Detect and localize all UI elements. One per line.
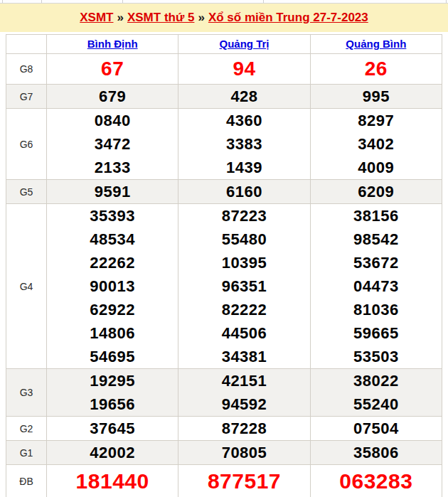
result-cell: 6209 [310,180,442,204]
lottery-results-table: Bình Định Quảng Trị Quảng Bình G8679426G… [6,34,442,497]
divider [263,0,264,3]
result-number: 3472 [47,132,178,156]
table-row-G7: G7679428995 [6,85,442,109]
divider [2,0,3,3]
result-cell: 67 [47,54,178,85]
result-number: 87228 [178,417,309,440]
prize-label: G6 [6,109,47,180]
result-number: 94 [178,54,309,84]
result-cell: 679 [47,85,178,109]
result-number: 34381 [178,345,309,368]
breadcrumb-banner: XSMT»XSMT thứ 5»Xổ số miền Trung 27-7-20… [0,4,448,32]
result-number: 19295 [47,369,178,392]
result-cell: 87228 [178,417,310,441]
result-number: 0840 [47,109,178,132]
prize-label: G2 [6,417,47,441]
result-cell: 877517 [178,465,310,497]
prize-label: G7 [6,85,47,109]
result-cell: 87223554801039596351822224450634381 [178,204,310,369]
column-header-quang-binh: Quảng Bình [310,35,442,54]
result-cell: 428 [178,85,310,109]
result-number: 679 [47,85,178,108]
result-cell: 35806 [310,441,442,465]
prize-column-header-empty [6,35,47,54]
result-cell: 70805 [178,441,310,465]
result-number: 181440 [47,465,178,497]
result-cell: 26 [310,54,442,85]
result-number: 55240 [311,392,442,416]
breadcrumb-separator: » [198,11,204,24]
table-row-ĐB: ĐB181440877517063283 [6,465,442,497]
result-cell: 829734024009 [310,109,442,180]
table-row-G5: G5959161606209 [6,180,442,204]
result-number: 4009 [311,156,442,179]
result-number: 53672 [311,251,442,274]
table-row-G1: G1420027080535806 [6,441,442,465]
result-number: 14806 [47,321,178,345]
result-number: 877517 [178,465,309,497]
result-number: 67 [47,54,178,84]
divider [446,0,447,3]
breadcrumb-link-xo-so-mien-trung-date[interactable]: Xổ số miền Trung 27-7-2023 [208,11,368,24]
result-number: 94592 [178,392,309,416]
result-cell: 9591 [47,180,178,204]
result-number: 42151 [178,369,309,392]
province-link-quang-binh[interactable]: Quảng Bình [346,38,406,50]
result-number: 07504 [311,417,442,440]
table-row-G3: G3192951965642151945923802255240 [6,369,442,417]
result-cell: 063283 [310,465,442,497]
result-number: 22262 [47,251,178,274]
result-cell: 4215194592 [178,369,310,417]
province-link-binh-dinh[interactable]: Bình Định [87,38,138,50]
results-tbody: G8679426G7679428995G60840347221334360338… [6,54,442,497]
result-cell: 38156985425367204473810365966553503 [310,204,442,369]
result-cell: 6160 [178,180,310,204]
result-number: 04473 [311,274,442,298]
result-cell: 1929519656 [47,369,178,417]
result-number: 4360 [178,109,309,132]
result-cell: 37645 [47,417,178,441]
result-number: 37645 [47,417,178,440]
page: XSMT»XSMT thứ 5»Xổ số miền Trung 27-7-20… [0,0,448,497]
prize-label: G4 [6,204,47,369]
prize-label: G3 [6,369,47,417]
breadcrumb: XSMT»XSMT thứ 5»Xổ số miền Trung 27-7-20… [80,11,368,25]
table-header-row: Bình Định Quảng Trị Quảng Bình [6,35,442,54]
province-link-quang-tri[interactable]: Quảng Trị [219,38,269,50]
result-cell: 084034722133 [47,109,178,180]
result-number: 9591 [47,180,178,203]
divider [41,0,42,3]
prize-label: G8 [6,54,47,85]
result-number: 42002 [47,441,178,464]
table-row-G4: G435393485342226290013629221480654695872… [6,204,442,369]
result-cell: 94 [178,54,310,85]
result-number: 96351 [178,274,309,298]
result-number: 063283 [311,465,442,497]
result-number: 59665 [311,321,442,345]
result-number: 10395 [178,251,309,274]
result-number: 87223 [178,204,309,228]
result-number: 3402 [311,132,442,156]
result-number: 995 [311,85,442,108]
result-cell: 07504 [310,417,442,441]
result-number: 19656 [47,392,178,416]
result-number: 38022 [311,369,442,392]
table-row-G2: G2376458722807504 [6,417,442,441]
prize-label: G5 [6,180,47,204]
result-cell: 181440 [47,465,178,497]
breadcrumb-link-xsmt[interactable]: XSMT [80,11,113,24]
result-number: 44506 [178,321,309,345]
result-number: 1439 [178,156,309,179]
result-cell: 436033831439 [178,109,310,180]
result-number: 98542 [311,228,442,251]
top-edge-sliver [0,0,448,4]
result-number: 38156 [311,204,442,228]
result-cell: 995 [310,85,442,109]
result-cell: 35393485342226290013629221480654695 [47,204,178,369]
prize-label: G1 [6,441,47,465]
breadcrumb-link-xsmt-thu-5[interactable]: XSMT thứ 5 [127,11,194,24]
result-number: 6160 [178,180,309,203]
table-row-G8: G8679426 [6,54,442,85]
result-number: 70805 [178,441,309,464]
prize-label: ĐB [6,465,47,497]
